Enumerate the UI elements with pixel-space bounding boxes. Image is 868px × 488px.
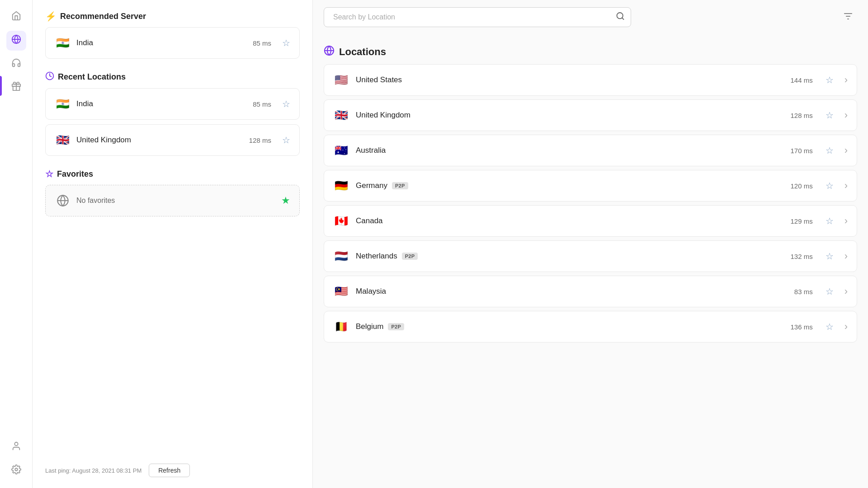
location-chevron-2: › [844, 145, 848, 156]
recommended-country-name: India [76, 38, 247, 47]
filter-button[interactable] [839, 7, 857, 27]
recent-uk-ping: 128 ms [249, 136, 271, 144]
location-chevron-6: › [844, 286, 848, 297]
location-name-1: United Kingdom [356, 111, 784, 120]
recent-india-card[interactable]: 🇮🇳 India 85 ms ☆ [45, 88, 300, 120]
sidebar-item-gifts[interactable] [6, 78, 26, 98]
location-star-2[interactable]: ☆ [826, 145, 834, 156]
p2p-badge-3: P2P [392, 182, 408, 189]
location-star-4[interactable]: ☆ [826, 216, 834, 226]
locations-header: Locations [324, 38, 857, 64]
recommended-server-card[interactable]: 🇮🇳 India 85 ms ☆ [45, 27, 300, 59]
recent-india-ping: 85 ms [253, 100, 271, 108]
location-star-0[interactable]: ☆ [826, 75, 834, 85]
recent-india-name: India [76, 99, 247, 108]
svg-line-10 [622, 18, 624, 19]
search-input[interactable] [324, 7, 631, 27]
location-star-6[interactable]: ☆ [826, 286, 834, 297]
flag-7: 🇧🇪 [333, 319, 349, 335]
recent-uk-card[interactable]: 🇬🇧 United Kingdom 128 ms ☆ [45, 124, 300, 156]
uk-flag-recent: 🇬🇧 [55, 132, 71, 148]
location-name-7: Belgium P2P [356, 322, 784, 331]
globe-fav-icon [55, 192, 71, 209]
sidebar-item-account[interactable] [6, 437, 26, 457]
location-chevron-5: › [844, 250, 848, 262]
favorites-section: ☆ Favorites No favorites ★ [45, 169, 300, 216]
location-star-1[interactable]: ☆ [826, 110, 834, 121]
list-item[interactable]: 🇲🇾 Malaysia 83 ms ☆ › [324, 276, 857, 307]
svg-point-4 [14, 442, 18, 446]
location-name-6: Malaysia [356, 287, 788, 296]
no-favorites-card: No favorites ★ [45, 185, 300, 216]
sidebar-item-support[interactable] [6, 54, 26, 74]
list-item[interactable]: 🇨🇦 Canada 129 ms ☆ › [324, 205, 857, 237]
lightning-icon: ⚡ [45, 11, 57, 22]
locations-content: Locations 🇺🇸 United States 144 ms ☆ › 🇬🇧… [313, 34, 868, 488]
flag-4: 🇨🇦 [333, 213, 349, 229]
location-list: 🇺🇸 United States 144 ms ☆ › 🇬🇧 United Ki… [324, 64, 857, 343]
india-flag-recommended: 🇮🇳 [55, 35, 71, 51]
location-ping-4: 129 ms [790, 217, 812, 225]
recommended-server-section: ⚡ Recommended Server 🇮🇳 India 85 ms ☆ [45, 11, 300, 59]
recent-india-star[interactable]: ☆ [282, 99, 290, 109]
last-ping-text: Last ping: August 28, 2021 08:31 PM [45, 467, 142, 474]
flag-1: 🇬🇧 [333, 107, 349, 123]
list-item[interactable]: 🇺🇸 United States 144 ms ☆ › [324, 64, 857, 96]
location-name-5: Netherlands P2P [356, 252, 784, 261]
location-name-3: Germany P2P [356, 181, 784, 190]
filter-icon [843, 15, 854, 23]
sidebar-item-home[interactable] [6, 7, 26, 27]
add-favorite-star[interactable]: ★ [281, 195, 290, 206]
locations-globe-icon [324, 45, 335, 59]
recent-uk-star[interactable]: ☆ [282, 135, 290, 145]
active-indicator [0, 76, 2, 96]
location-chevron-7: › [844, 321, 848, 333]
flag-6: 🇲🇾 [333, 283, 349, 300]
sidebar [0, 0, 33, 488]
right-header [313, 0, 868, 34]
user-icon [11, 441, 21, 454]
location-ping-3: 120 ms [790, 182, 812, 190]
list-item[interactable]: 🇬🇧 United Kingdom 128 ms ☆ › [324, 99, 857, 131]
location-ping-5: 132 ms [790, 253, 812, 260]
recent-locations-title: Recent Locations [45, 71, 300, 83]
list-item[interactable]: 🇩🇪 Germany P2P 120 ms ☆ › [324, 170, 857, 202]
location-ping-7: 136 ms [790, 323, 812, 331]
flag-3: 🇩🇪 [333, 178, 349, 194]
recommended-star[interactable]: ☆ [282, 38, 290, 48]
flag-2: 🇦🇺 [333, 142, 349, 159]
list-item[interactable]: 🇧🇪 Belgium P2P 136 ms ☆ › [324, 311, 857, 343]
location-ping-0: 144 ms [790, 76, 812, 84]
flag-5: 🇳🇱 [333, 248, 349, 264]
refresh-button[interactable]: Refresh [149, 464, 190, 477]
sidebar-item-locations[interactable] [6, 31, 26, 51]
location-star-7[interactable]: ☆ [826, 321, 834, 332]
clock-icon [45, 71, 54, 83]
sidebar-item-settings[interactable] [6, 461, 26, 481]
p2p-badge-5: P2P [402, 253, 418, 260]
location-chevron-1: › [844, 109, 848, 121]
location-star-3[interactable]: ☆ [826, 180, 834, 191]
headset-icon [11, 58, 21, 70]
list-item[interactable]: 🇦🇺 Australia 170 ms ☆ › [324, 135, 857, 166]
flag-0: 🇺🇸 [333, 72, 349, 88]
favorites-title: ☆ Favorites [45, 169, 300, 179]
no-favorites-label: No favorites [76, 197, 276, 205]
location-star-5[interactable]: ☆ [826, 251, 834, 262]
list-item[interactable]: 🇳🇱 Netherlands P2P 132 ms ☆ › [324, 240, 857, 272]
location-ping-6: 83 ms [794, 288, 813, 296]
footer-bar: Last ping: August 28, 2021 08:31 PM Refr… [45, 460, 300, 477]
location-name-0: United States [356, 75, 784, 84]
home-icon [11, 11, 21, 23]
search-icon [616, 14, 625, 23]
recommended-ping: 85 ms [253, 39, 271, 47]
location-ping-1: 128 ms [790, 112, 812, 119]
location-name-4: Canada [356, 216, 784, 225]
india-flag-recent: 🇮🇳 [55, 96, 71, 112]
search-button[interactable] [616, 12, 625, 23]
location-ping-2: 170 ms [790, 147, 812, 155]
globe-nav-icon [11, 34, 21, 47]
gift-icon [11, 81, 21, 94]
star-outline-icon: ☆ [45, 169, 53, 179]
right-panel: Locations 🇺🇸 United States 144 ms ☆ › 🇬🇧… [313, 0, 868, 488]
